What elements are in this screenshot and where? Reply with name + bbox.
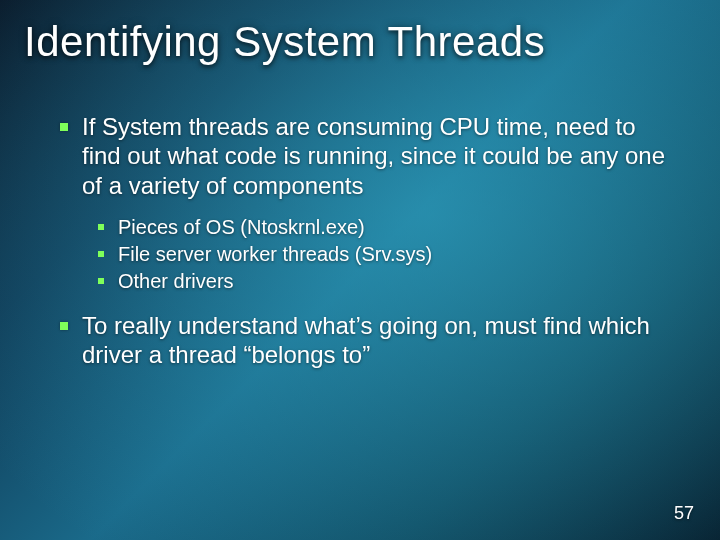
bullet-text: To really understand what’s going on, mu… (82, 312, 650, 368)
bullet-text: Pieces of OS (Ntoskrnl.exe) (118, 216, 365, 238)
bullet-text: If System threads are consuming CPU time… (82, 113, 665, 199)
bullet-level1: If System threads are consuming CPU time… (60, 112, 670, 200)
slide-title: Identifying System Threads (24, 18, 696, 66)
bullet-level2: Other drivers (98, 268, 670, 295)
bullet-level2: Pieces of OS (Ntoskrnl.exe) (98, 214, 670, 241)
bullet-level1: To really understand what’s going on, mu… (60, 311, 670, 370)
slide-number: 57 (674, 503, 694, 524)
slide-content: If System threads are consuming CPU time… (60, 112, 670, 383)
bullet-level2: File server worker threads (Srv.sys) (98, 241, 670, 268)
bullet-text: File server worker threads (Srv.sys) (118, 243, 432, 265)
sub-bullet-list: Pieces of OS (Ntoskrnl.exe) File server … (98, 214, 670, 295)
slide: Identifying System Threads If System thr… (0, 0, 720, 540)
bullet-text: Other drivers (118, 270, 234, 292)
